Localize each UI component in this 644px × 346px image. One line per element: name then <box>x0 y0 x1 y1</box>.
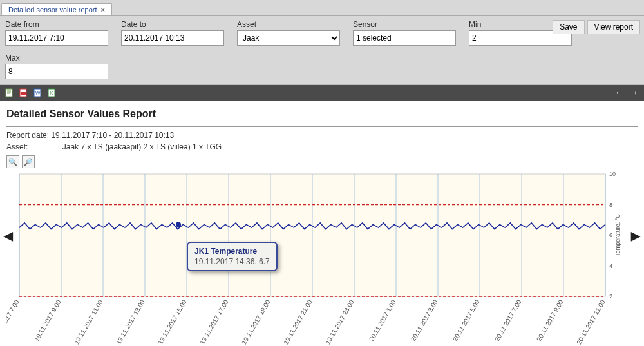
divider <box>6 126 638 127</box>
sensor-chart: 19.11.2017 7:0019.11.2017 9:0019.11.2017… <box>6 171 625 345</box>
svg-text:19.11.2017 23:00: 19.11.2017 23:00 <box>324 298 355 345</box>
input-sensor[interactable] <box>353 30 456 46</box>
svg-text:19.11.2017 21:00: 19.11.2017 21:00 <box>282 298 314 345</box>
svg-text:Temperature, °C: Temperature, °C <box>614 214 621 256</box>
field-max: Max <box>5 53 115 79</box>
tab-report[interactable]: Detailed sensor value report × <box>1 3 112 15</box>
report-body: Detailed Sensor Values Report Report dat… <box>0 101 644 346</box>
svg-text:19.11.2017 13:00: 19.11.2017 13:00 <box>115 298 146 345</box>
nav-back-icon[interactable]: ← <box>614 87 625 99</box>
export-pdf-icon[interactable] <box>19 88 28 97</box>
label-date-from: Date from <box>5 20 108 29</box>
label-asset: Asset <box>237 20 340 29</box>
tooltip-title: JK1 Temperature <box>194 247 270 256</box>
report-title: Detailed Sensor Values Report <box>6 108 638 120</box>
tab-bar: Detailed sensor value report × <box>0 0 644 16</box>
export-page-icon[interactable] <box>5 88 14 97</box>
scroll-right-icon[interactable]: ▶ <box>631 229 640 243</box>
scroll-left-icon[interactable]: ◀ <box>4 229 13 243</box>
nav-arrows: ← → <box>614 87 639 99</box>
close-icon[interactable]: × <box>101 6 105 14</box>
export-word-icon[interactable]: W <box>33 88 43 97</box>
svg-point-46 <box>176 222 181 227</box>
tab-label: Detailed sensor value report <box>8 6 97 14</box>
input-max[interactable] <box>5 64 108 79</box>
field-date-from: Date from <box>5 20 108 46</box>
tooltip-value: 19.11.2017 14:36, 6.7 <box>194 257 270 266</box>
input-date-from[interactable] <box>5 30 108 46</box>
select-asset[interactable]: Jaak <box>237 30 340 46</box>
svg-text:19.11.2017 7:00: 19.11.2017 7:00 <box>6 298 21 342</box>
field-sensor: Sensor <box>353 20 456 46</box>
svg-rect-2 <box>21 92 26 95</box>
svg-text:2: 2 <box>609 293 612 300</box>
svg-text:6: 6 <box>609 232 612 238</box>
zoom-out-icon[interactable]: 🔎 <box>22 155 35 168</box>
nav-forward-icon[interactable]: → <box>629 87 639 99</box>
field-date-to: Date to <box>121 20 224 46</box>
export-toolbar: W X ← → <box>0 85 644 101</box>
chart-tooltip: JK1 Temperature 19.11.2017 14:36, 6.7 <box>187 242 278 271</box>
svg-text:20.11.2017 11:00: 20.11.2017 11:00 <box>575 298 607 345</box>
svg-text:8: 8 <box>609 202 612 208</box>
svg-text:20.11.2017 5:00: 20.11.2017 5:00 <box>451 298 481 342</box>
svg-text:4: 4 <box>609 263 612 269</box>
input-date-to[interactable] <box>121 30 224 46</box>
svg-text:20.11.2017 3:00: 20.11.2017 3:00 <box>410 298 439 342</box>
svg-text:19.11.2017 11:00: 19.11.2017 11:00 <box>73 298 104 345</box>
svg-text:19.11.2017 17:00: 19.11.2017 17:00 <box>198 298 230 345</box>
svg-text:10: 10 <box>609 171 616 177</box>
export-excel-icon[interactable]: X <box>48 88 57 97</box>
action-buttons: Save View report <box>553 20 640 34</box>
field-asset: Asset Jaak <box>237 20 340 46</box>
svg-text:19.11.2017 19:00: 19.11.2017 19:00 <box>240 298 272 345</box>
label-max: Max <box>5 53 115 62</box>
zoom-controls: 🔍 🔎 <box>6 155 638 168</box>
filter-bar: Date from Date to Asset Jaak Sensor Min … <box>0 16 644 85</box>
view-report-button[interactable]: View report <box>587 20 640 34</box>
report-date: Report date: 19.11.2017 7:10 - 20.11.201… <box>6 131 638 140</box>
svg-text:19.11.2017 9:00: 19.11.2017 9:00 <box>33 298 62 342</box>
svg-text:W: W <box>35 90 41 96</box>
report-asset: Asset: Jaak 7 x TS (jaakaapit) 2 x TS (v… <box>6 142 638 151</box>
svg-text:19.11.2017 15:00: 19.11.2017 15:00 <box>156 298 188 345</box>
svg-rect-0 <box>6 89 12 97</box>
label-date-to: Date to <box>121 20 224 29</box>
label-sensor: Sensor <box>353 20 456 29</box>
zoom-in-icon[interactable]: 🔍 <box>6 155 19 168</box>
chart-container: ◀ ▶ 19.11.2017 7:0019.11.2017 9:0019.11.… <box>6 171 638 345</box>
svg-text:20.11.2017 1:00: 20.11.2017 1:00 <box>368 298 397 342</box>
svg-text:20.11.2017 9:00: 20.11.2017 9:00 <box>535 298 565 342</box>
svg-text:20.11.2017 7:00: 20.11.2017 7:00 <box>493 298 523 342</box>
svg-text:X: X <box>50 90 53 96</box>
save-button[interactable]: Save <box>553 20 584 34</box>
